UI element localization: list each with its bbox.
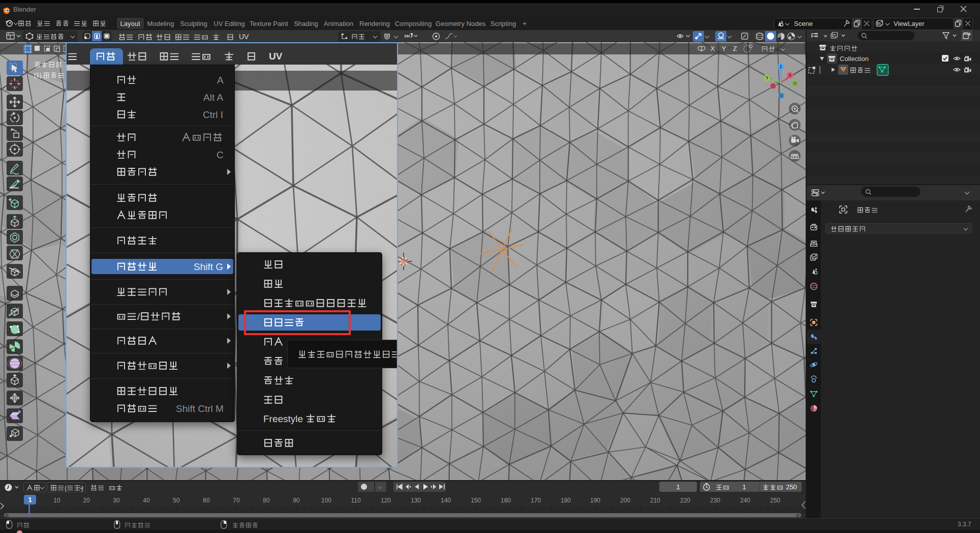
- svg-text:Ctrl I: Ctrl I: [203, 109, 223, 120]
- svg-text:Shift G: Shift G: [194, 261, 223, 272]
- svg-text:C: C: [217, 150, 224, 160]
- svg-text:Shift Ctrl M: Shift Ctrl M: [176, 403, 224, 414]
- svg-text:Z: Z: [779, 64, 782, 69]
- svg-text:Alt A: Alt A: [203, 92, 223, 103]
- svg-text:Freestyle: Freestyle: [263, 413, 303, 424]
- svg-text:A: A: [217, 75, 224, 85]
- svg-text:(: (: [65, 484, 67, 492]
- svg-text:Y: Y: [765, 75, 769, 80]
- svg-text:X: X: [788, 73, 791, 78]
- svg-text:/: /: [137, 311, 140, 322]
